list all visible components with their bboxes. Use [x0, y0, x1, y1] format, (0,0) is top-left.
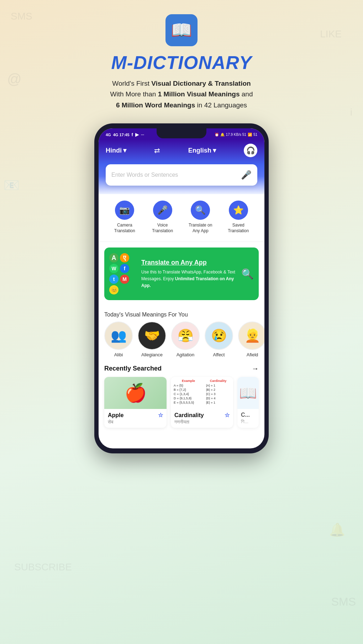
letter-a-icon: A	[109, 253, 119, 262]
headphone-icon: 🎧	[246, 146, 255, 155]
table-header-example: Example	[172, 378, 205, 383]
alibi-image: 👥	[104, 321, 133, 350]
table-header-cardinality: Cardinality	[205, 378, 232, 383]
visual-item-afield[interactable]: 👱 Afield	[238, 321, 264, 357]
lang-from-button[interactable]: Hindi ▾	[106, 147, 126, 154]
search-box[interactable]: Enter Words or Sentences 🎤	[106, 164, 257, 186]
saved-translation-button[interactable]: ⭐ SavedTranslation	[224, 201, 253, 234]
social-icons-grid: A ए W f t M 😊	[109, 253, 138, 294]
recently-searched-title: Recently Searched	[104, 365, 162, 372]
visual-item-agitation[interactable]: 😤 Agitation	[171, 321, 200, 357]
allegiance-image: 🤝	[138, 321, 166, 350]
third-card-image: 📖	[237, 377, 259, 409]
afield-label: Afield	[247, 352, 258, 357]
app-title: M-DICTIONARY	[111, 52, 252, 73]
voice-translation-button[interactable]: 🎤 VoiceTranslation	[148, 201, 177, 234]
camera-icon: 📷	[115, 201, 134, 220]
cardinality-sub: गणनीयता	[174, 419, 230, 425]
cardinality-table: Example Cardinality A = {5}|A| = 1 B = {…	[171, 377, 233, 409]
apple-star-icon[interactable]: ☆	[158, 412, 163, 419]
apple-word: Apple	[108, 412, 123, 419]
status-battery: 51	[253, 133, 257, 137]
visual-item-allegiance[interactable]: 🤝 Allegiance	[138, 321, 166, 357]
doodle-6: 🔔	[329, 522, 345, 537]
word-card-third[interactable]: 📖 C... गि...	[237, 377, 259, 428]
table-row: E = {5,5,5,5,5}|E| = 1	[172, 400, 232, 405]
language-bar: Hindi ▾ ⇄ English ▾ 🎧	[99, 139, 264, 164]
third-sub: गि...	[241, 419, 255, 425]
chevron-down-icon-2: ▾	[213, 147, 216, 154]
table-row: C = {1,3,4}|C| = 3	[172, 392, 232, 396]
agitation-label: Agitation	[177, 352, 195, 357]
affect-image: 😢	[205, 321, 233, 350]
mic-icon[interactable]: 🎤	[241, 170, 252, 180]
status-fb: f	[132, 132, 133, 137]
voice-label: VoiceTranslation	[152, 223, 173, 234]
status-speed: 17.9 KB/s 51	[226, 133, 246, 137]
lang-from-label: Hindi	[106, 147, 122, 154]
quick-actions: 📷 CameraTranslation 🎤 VoiceTranslation 🔍…	[99, 194, 264, 242]
visual-item-alibi[interactable]: 👥 Alibi	[104, 321, 133, 357]
phone-mockup: 4G 4G 17:45 f ▶ ··· ⏰ 🔔 17.9 KB/s 51 📶 5…	[94, 123, 269, 453]
cardinality-star-icon[interactable]: ☆	[225, 412, 230, 419]
voice-icon: 🎤	[153, 201, 172, 220]
saved-label: SavedTranslation	[228, 223, 249, 234]
status-alarm: ⏰	[215, 133, 219, 137]
doodle-8: SMS	[331, 595, 356, 608]
word-card-cardinality[interactable]: Example Cardinality A = {5}|A| = 1 B = {…	[171, 377, 233, 428]
cardinality-card-image: Example Cardinality A = {5}|A| = 1 B = {…	[171, 377, 233, 409]
letter-h-icon: ए	[120, 253, 129, 262]
lang-to-button[interactable]: English ▾	[188, 147, 216, 154]
emoji-icon: 😊	[109, 285, 119, 294]
search-area: Enter Words or Sentences 🎤	[99, 164, 264, 194]
cardinality-word: Cardinality	[174, 412, 204, 419]
apple-card-body: Apple ☆ सेब	[104, 409, 167, 428]
facebook-icon: f	[120, 264, 129, 273]
app-icon: 📖	[165, 14, 198, 46]
affect-label: Affect	[213, 352, 225, 357]
doodle-5: SUBSCRIBE	[14, 561, 72, 573]
status-vol: 🔔	[220, 133, 225, 137]
recently-searched-header: Recently Searched →	[99, 363, 264, 377]
visual-meanings-section-title: Today's Visual Meanings For You	[99, 306, 264, 321]
search-circle-icon: 🔍	[241, 268, 254, 280]
cardinality-card-body: Cardinality ☆ गणनीयता	[171, 409, 233, 428]
visual-item-affect[interactable]: 😢 Affect	[205, 321, 233, 357]
app-subtitle: World's First Visual Dictionary & Transl…	[110, 78, 253, 111]
search-placeholder: Enter Words or Sentences	[111, 172, 178, 178]
headphone-button[interactable]: 🎧	[244, 144, 257, 157]
recently-searched-cards: 🍎 Apple ☆ सेब	[99, 377, 264, 433]
translate-app-label: Translate onAny App	[189, 223, 212, 234]
table-row: B = {7,2}|B| = 2	[172, 388, 232, 392]
status-wifi: 📶	[248, 133, 252, 137]
book-icon: 📖	[171, 22, 192, 39]
translate-any-app-banner[interactable]: A ए W f t M 😊 Translate on Any App Use t…	[104, 248, 259, 300]
word-card-apple[interactable]: 🍎 Apple ☆ सेब	[104, 377, 167, 428]
third-card-body: C... गि...	[237, 409, 259, 427]
gmail-icon: M	[120, 275, 129, 284]
status-dots: ···	[141, 133, 144, 137]
phone-notch	[157, 128, 206, 138]
cardinality-card-title: Cardinality ☆	[174, 412, 230, 419]
translate-on-app-button[interactable]: 🔍 Translate onAny App	[186, 201, 215, 234]
banner-title: Translate on Any App	[141, 259, 238, 266]
status-time: 4G 17:45	[113, 133, 130, 137]
afield-image: 👱	[238, 321, 264, 350]
saved-icon: ⭐	[229, 201, 248, 220]
allegiance-label: Allegiance	[141, 352, 163, 357]
table-row: D = {9,1,5,8}|D| = 4	[172, 396, 232, 400]
status-network: 4G	[106, 133, 111, 137]
banner-content: Translate on Any App Use this to Transla…	[141, 259, 238, 289]
twitter-icon: t	[109, 275, 119, 284]
status-left: 4G 4G 17:45 f ▶ ···	[106, 132, 144, 137]
third-word: C...	[241, 412, 255, 418]
camera-label: CameraTranslation	[114, 223, 135, 234]
whatsapp-icon: W	[109, 264, 119, 273]
swap-language-button[interactable]: ⇄	[154, 146, 160, 155]
recently-searched-arrow[interactable]: →	[252, 364, 259, 373]
lang-to-label: English	[188, 147, 211, 154]
apple-sub: सेब	[108, 419, 163, 425]
banner-description: Use this to Translate WhatsApp, Facebook…	[141, 270, 235, 288]
camera-translation-button[interactable]: 📷 CameraTranslation	[110, 201, 139, 234]
visual-meanings-scroll: 👥 Alibi 🤝 Allegiance 😤 Agitation 😢 Affec…	[99, 321, 264, 363]
